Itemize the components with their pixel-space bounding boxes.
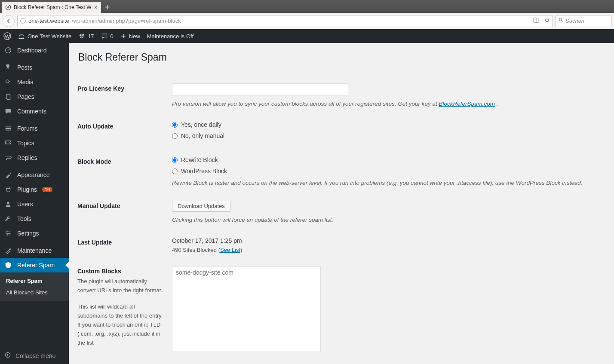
license-description: Pro version will allow you to sync your … (172, 100, 601, 108)
wp-admin-bar: One Test Website 17 0 New Maintenance is… (0, 29, 614, 43)
menu-plugins[interactable]: Plugins 16 (0, 182, 69, 197)
custom-blocks-textarea[interactable] (172, 266, 321, 352)
block-mode-wp-radio[interactable] (172, 168, 178, 174)
pin-icon (4, 64, 13, 71)
appearance-icon (4, 171, 13, 179)
last-update-value: October 17, 2017 1:25 pm (172, 237, 601, 244)
custom-blocks-help-1: The plugin will automatically convert UR… (77, 277, 163, 295)
new-tab-button[interactable]: + (102, 2, 113, 13)
block-refer-spam-link[interactable]: BlockReferSpam.com (439, 101, 495, 107)
wp-logo[interactable] (3, 32, 11, 40)
menu-appearance[interactable]: Appearance (0, 168, 69, 182)
url-path: /wp-admin/admin.php?page=ref-spam-block (72, 18, 181, 24)
content-area: Block Referer Spam Pro License Key Pro v… (69, 43, 614, 364)
divider (69, 71, 614, 71)
menu-media[interactable]: Media (0, 75, 69, 89)
download-updates-button[interactable]: Download Updates (172, 201, 230, 211)
collapse-icon (4, 352, 11, 360)
topics-icon (4, 139, 13, 147)
wordpress-icon (3, 32, 11, 40)
menu-tools[interactable]: Tools (0, 211, 69, 226)
menu-topics[interactable]: Topics (0, 136, 69, 150)
menu-users[interactable]: Users (0, 197, 69, 211)
menu-forums[interactable]: Forums (0, 121, 69, 136)
menu-referer-spam[interactable]: Referer Spam (0, 258, 69, 272)
plugins-icon (4, 186, 13, 193)
new-content-link[interactable]: New (120, 33, 140, 40)
menu-pages[interactable]: Pages (0, 89, 69, 104)
label-auto-update: Auto Update (77, 117, 172, 152)
comments-link[interactable]: 0 (101, 33, 114, 40)
browser-search[interactable]: Suchen (556, 15, 611, 27)
block-mode-rewrite-radio[interactable] (172, 157, 178, 163)
admin-sidebar: Dashboard Posts Media Pages Comments For… (0, 43, 69, 364)
dashboard-icon (4, 46, 13, 54)
auto-update-no-label: No, only manual (181, 132, 224, 139)
auto-update-yes-radio[interactable] (172, 122, 178, 128)
browser-tab[interactable]: Block Referer Spam ‹ One Test W × (2, 2, 101, 13)
browser-chrome: Block Referer Spam ‹ One Test W × + ⓘ on… (0, 0, 614, 29)
comment-icon (4, 107, 13, 115)
svg-point-3 (559, 18, 562, 21)
search-placeholder: Suchen (565, 18, 584, 24)
svg-point-12 (9, 233, 10, 234)
settings-icon (4, 229, 13, 237)
svg-point-10 (7, 202, 9, 204)
reader-mode-icon[interactable] (533, 17, 540, 24)
maintenance-status[interactable]: Maintenance is Off (147, 33, 193, 40)
page-title: Block Referer Spam (78, 52, 605, 63)
label-block-mode: Block Mode (77, 152, 172, 196)
block-mode-rewrite-label: Rewrite Block (181, 156, 218, 163)
submenu-referer-spam-main[interactable]: Referer Spam (0, 275, 69, 287)
updates-link[interactable]: 17 (78, 33, 94, 40)
browser-tab-title: Block Referer Spam ‹ One Test W (14, 4, 92, 10)
auto-update-no-radio[interactable] (172, 133, 178, 139)
plugins-badge: 16 (42, 187, 52, 192)
svg-rect-9 (7, 95, 10, 100)
maintenance-icon (4, 247, 13, 254)
tools-icon (4, 215, 13, 223)
replies-icon (4, 154, 13, 162)
blocked-count-note: 490 Sites Blocked (See List) (172, 247, 601, 253)
tab-strip: Block Referer Spam ‹ One Test W × + (0, 0, 614, 13)
shield-icon (4, 261, 13, 269)
menu-dashboard[interactable]: Dashboard (0, 43, 69, 58)
submenu-referer-spam: Referer Spam All Blocked Sites (0, 272, 69, 301)
collapse-menu[interactable]: Collapse menu (0, 347, 69, 364)
svg-point-11 (6, 231, 8, 232)
close-icon[interactable]: × (94, 4, 98, 11)
url-bar[interactable]: ⓘ one-test.website/wp-admin/admin.php?pa… (17, 15, 553, 27)
license-key-input[interactable] (172, 83, 348, 95)
custom-blocks-help-3: If you want to block an entire TLD (.com… (77, 321, 163, 347)
see-list-link[interactable]: See List (220, 247, 240, 253)
menu-replies[interactable]: Replies (0, 150, 69, 165)
updates-icon (78, 33, 85, 40)
plus-icon (120, 33, 126, 39)
menu-settings[interactable]: Settings (0, 226, 69, 241)
pages-icon (4, 93, 13, 101)
menu-posts[interactable]: Posts (0, 60, 69, 75)
block-mode-description: Rewrite Block is faster and occurs on th… (172, 179, 601, 187)
users-icon (4, 200, 13, 208)
label-last-update: Last Update (77, 233, 172, 262)
home-icon (18, 33, 25, 40)
svg-point-5 (4, 33, 11, 40)
url-host: one-test.website (28, 18, 69, 24)
label-manual-update: Manual Update (77, 196, 172, 233)
submenu-all-blocked-sites[interactable]: All Blocked Sites (0, 287, 69, 298)
comment-icon (101, 33, 108, 40)
site-name-link[interactable]: One Test Website (18, 33, 71, 40)
reload-icon[interactable] (544, 17, 550, 24)
svg-point-14 (5, 352, 10, 357)
back-button[interactable] (3, 15, 15, 27)
manual-update-description: Clicking this button will force an updat… (172, 216, 601, 224)
custom-blocks-help-2: This list will wildcard all subdomains t… (77, 303, 163, 321)
svg-line-4 (562, 21, 563, 22)
label-custom-blocks: Custom Blocks (77, 268, 168, 275)
address-bar-row: ⓘ one-test.website/wp-admin/admin.php?pa… (0, 13, 614, 29)
info-icon: ⓘ (20, 17, 26, 25)
auto-update-yes-label: Yes, once daily (181, 121, 221, 128)
menu-comments[interactable]: Comments (0, 104, 69, 119)
menu-maintenance[interactable]: Maintenance (0, 243, 69, 258)
block-mode-wp-label: WordPress Block (181, 168, 227, 174)
